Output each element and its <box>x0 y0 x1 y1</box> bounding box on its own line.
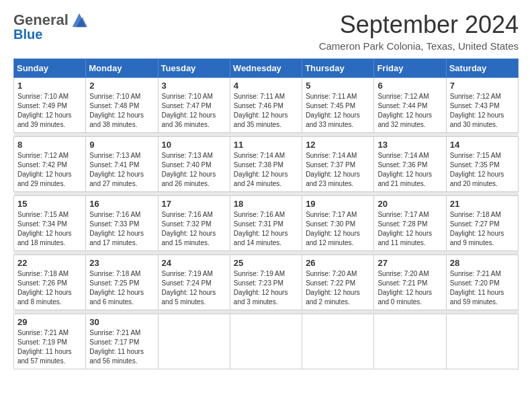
day-number: 23 <box>89 258 154 268</box>
day-info: Sunrise: 7:10 AMSunset: 7:49 PMDaylight:… <box>17 92 82 130</box>
day-number: 24 <box>162 258 226 268</box>
day-number: 20 <box>378 199 442 209</box>
logo: General Blue <box>13 11 89 42</box>
day-info: Sunrise: 7:12 AMSunset: 7:44 PMDaylight:… <box>378 92 442 130</box>
calendar-day-cell: 18 Sunrise: 7:16 AMSunset: 7:31 PMDaylig… <box>230 196 302 251</box>
title-block: September 2024 Cameron Park Colonia, Tex… <box>319 11 519 52</box>
day-info: Sunrise: 7:19 AMSunset: 7:23 PMDaylight:… <box>234 269 298 307</box>
day-number: 5 <box>306 81 370 91</box>
day-number: 16 <box>89 199 154 209</box>
day-number: 12 <box>306 140 370 150</box>
day-number: 8 <box>17 140 82 150</box>
day-number: 28 <box>450 258 515 268</box>
header: General Blue September 2024 Cameron Park… <box>13 11 519 52</box>
calendar-day-cell: 22 Sunrise: 7:18 AMSunset: 7:26 PMDaylig… <box>14 255 86 310</box>
day-info: Sunrise: 7:16 AMSunset: 7:33 PMDaylight:… <box>89 210 154 248</box>
day-info: Sunrise: 7:13 AMSunset: 7:41 PMDaylight:… <box>89 151 154 189</box>
calendar-table: SundayMondayTuesdayWednesdayThursdayFrid… <box>13 58 519 369</box>
calendar-week-row: 1 Sunrise: 7:10 AMSunset: 7:49 PMDayligh… <box>14 78 519 133</box>
day-number: 10 <box>162 140 226 150</box>
calendar-day-cell: 14 Sunrise: 7:15 AMSunset: 7:35 PMDaylig… <box>446 137 518 192</box>
day-number: 11 <box>234 140 298 150</box>
calendar-day-header: Sunday <box>14 59 86 78</box>
day-number: 21 <box>450 199 515 209</box>
logo-icon <box>70 11 89 30</box>
day-number: 19 <box>306 199 370 209</box>
day-number: 18 <box>234 199 298 209</box>
calendar-body: 1 Sunrise: 7:10 AMSunset: 7:49 PMDayligh… <box>14 78 519 369</box>
calendar-day-cell: 30 Sunrise: 7:21 AMSunset: 7:17 PMDaylig… <box>86 314 158 369</box>
day-info: Sunrise: 7:12 AMSunset: 7:42 PMDaylight:… <box>17 151 82 189</box>
day-info: Sunrise: 7:11 AMSunset: 7:45 PMDaylight:… <box>306 92 370 130</box>
day-number: 27 <box>378 258 442 268</box>
logo-blue-text: Blue <box>13 27 42 42</box>
day-info: Sunrise: 7:12 AMSunset: 7:43 PMDaylight:… <box>450 92 515 130</box>
calendar-day-header: Wednesday <box>230 59 302 78</box>
day-info: Sunrise: 7:15 AMSunset: 7:34 PMDaylight:… <box>17 210 82 248</box>
calendar-day-cell: 6 Sunrise: 7:12 AMSunset: 7:44 PMDayligh… <box>374 78 446 133</box>
calendar-day-cell: 25 Sunrise: 7:19 AMSunset: 7:23 PMDaylig… <box>230 255 302 310</box>
calendar-header-row: SundayMondayTuesdayWednesdayThursdayFrid… <box>14 59 519 78</box>
calendar-week-row: 15 Sunrise: 7:15 AMSunset: 7:34 PMDaylig… <box>14 196 519 251</box>
day-number: 2 <box>89 81 154 91</box>
calendar-day-cell: 12 Sunrise: 7:14 AMSunset: 7:37 PMDaylig… <box>302 137 374 192</box>
day-info: Sunrise: 7:10 AMSunset: 7:47 PMDaylight:… <box>162 92 226 130</box>
calendar-day-cell: 28 Sunrise: 7:21 AMSunset: 7:20 PMDaylig… <box>446 255 518 310</box>
calendar-day-cell <box>374 314 446 369</box>
day-info: Sunrise: 7:18 AMSunset: 7:27 PMDaylight:… <box>450 210 515 248</box>
day-info: Sunrise: 7:15 AMSunset: 7:35 PMDaylight:… <box>450 151 515 189</box>
day-info: Sunrise: 7:17 AMSunset: 7:28 PMDaylight:… <box>378 210 442 248</box>
day-number: 6 <box>378 81 442 91</box>
calendar-day-cell: 15 Sunrise: 7:15 AMSunset: 7:34 PMDaylig… <box>14 196 86 251</box>
calendar-day-cell: 20 Sunrise: 7:17 AMSunset: 7:28 PMDaylig… <box>374 196 446 251</box>
day-info: Sunrise: 7:14 AMSunset: 7:38 PMDaylight:… <box>234 151 298 189</box>
calendar-day-cell: 16 Sunrise: 7:16 AMSunset: 7:33 PMDaylig… <box>86 196 158 251</box>
day-info: Sunrise: 7:20 AMSunset: 7:22 PMDaylight:… <box>306 269 370 307</box>
calendar-day-cell: 17 Sunrise: 7:16 AMSunset: 7:32 PMDaylig… <box>158 196 230 251</box>
calendar-week-row: 29 Sunrise: 7:21 AMSunset: 7:19 PMDaylig… <box>14 314 519 369</box>
calendar-day-cell: 10 Sunrise: 7:13 AMSunset: 7:40 PMDaylig… <box>158 137 230 192</box>
day-info: Sunrise: 7:20 AMSunset: 7:21 PMDaylight:… <box>378 269 442 307</box>
calendar-day-cell <box>446 314 518 369</box>
day-number: 9 <box>89 140 154 150</box>
day-number: 29 <box>17 317 82 327</box>
calendar-day-cell: 23 Sunrise: 7:18 AMSunset: 7:25 PMDaylig… <box>86 255 158 310</box>
day-number: 22 <box>17 258 82 268</box>
day-info: Sunrise: 7:21 AMSunset: 7:19 PMDaylight:… <box>17 328 82 366</box>
location-subtitle: Cameron Park Colonia, Texas, United Stat… <box>319 40 519 52</box>
calendar-day-header: Saturday <box>446 59 518 78</box>
calendar-day-cell: 2 Sunrise: 7:10 AMSunset: 7:48 PMDayligh… <box>86 78 158 133</box>
day-number: 25 <box>234 258 298 268</box>
day-info: Sunrise: 7:21 AMSunset: 7:20 PMDaylight:… <box>450 269 515 307</box>
calendar-day-cell: 8 Sunrise: 7:12 AMSunset: 7:42 PMDayligh… <box>14 137 86 192</box>
day-number: 17 <box>162 199 226 209</box>
calendar-day-cell: 21 Sunrise: 7:18 AMSunset: 7:27 PMDaylig… <box>446 196 518 251</box>
calendar-week-row: 22 Sunrise: 7:18 AMSunset: 7:26 PMDaylig… <box>14 255 519 310</box>
day-number: 26 <box>306 258 370 268</box>
calendar-day-cell: 29 Sunrise: 7:21 AMSunset: 7:19 PMDaylig… <box>14 314 86 369</box>
calendar-day-cell <box>158 314 230 369</box>
day-info: Sunrise: 7:13 AMSunset: 7:40 PMDaylight:… <box>162 151 226 189</box>
day-number: 13 <box>378 140 442 150</box>
day-number: 15 <box>17 199 82 209</box>
day-number: 4 <box>234 81 298 91</box>
calendar-day-header: Friday <box>374 59 446 78</box>
day-info: Sunrise: 7:19 AMSunset: 7:24 PMDaylight:… <box>162 269 226 307</box>
calendar-day-cell: 11 Sunrise: 7:14 AMSunset: 7:38 PMDaylig… <box>230 137 302 192</box>
day-number: 7 <box>450 81 515 91</box>
calendar-day-cell: 24 Sunrise: 7:19 AMSunset: 7:24 PMDaylig… <box>158 255 230 310</box>
calendar-day-cell <box>230 314 302 369</box>
day-info: Sunrise: 7:14 AMSunset: 7:36 PMDaylight:… <box>378 151 442 189</box>
calendar-day-cell: 26 Sunrise: 7:20 AMSunset: 7:22 PMDaylig… <box>302 255 374 310</box>
calendar-day-header: Tuesday <box>158 59 230 78</box>
calendar-day-cell: 9 Sunrise: 7:13 AMSunset: 7:41 PMDayligh… <box>86 137 158 192</box>
calendar-day-cell: 27 Sunrise: 7:20 AMSunset: 7:21 PMDaylig… <box>374 255 446 310</box>
day-number: 3 <box>162 81 226 91</box>
calendar-day-cell: 3 Sunrise: 7:10 AMSunset: 7:47 PMDayligh… <box>158 78 230 133</box>
day-info: Sunrise: 7:14 AMSunset: 7:37 PMDaylight:… <box>306 151 370 189</box>
calendar-day-cell <box>302 314 374 369</box>
calendar-day-cell: 19 Sunrise: 7:17 AMSunset: 7:30 PMDaylig… <box>302 196 374 251</box>
calendar-day-header: Thursday <box>302 59 374 78</box>
calendar-day-cell: 1 Sunrise: 7:10 AMSunset: 7:49 PMDayligh… <box>14 78 86 133</box>
calendar-week-row: 8 Sunrise: 7:12 AMSunset: 7:42 PMDayligh… <box>14 137 519 192</box>
